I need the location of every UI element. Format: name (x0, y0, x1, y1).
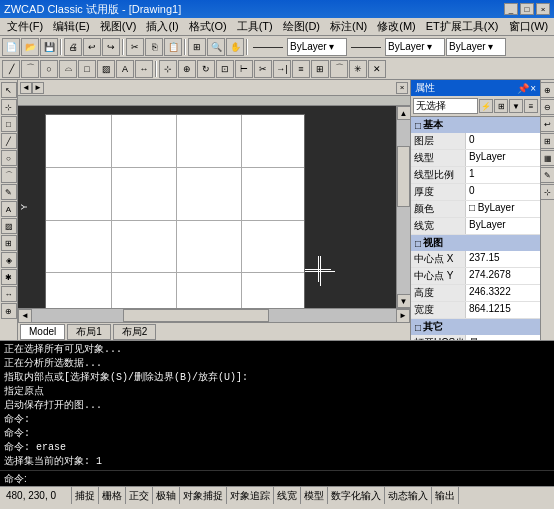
new-button[interactable]: 📄 (2, 38, 20, 56)
digitize-toggle[interactable]: 数字化输入 (328, 487, 385, 504)
polyline-tool[interactable]: ⌒ (21, 60, 39, 78)
left-tool6[interactable]: ⌒ (1, 167, 17, 183)
pan-button[interactable]: ✋ (226, 38, 244, 56)
prop-close-button[interactable]: × (530, 83, 536, 94)
v-scroll-track[interactable] (397, 120, 410, 294)
menu-view[interactable]: 视图(V) (95, 18, 142, 35)
tab-nav-left[interactable]: ◄ (20, 82, 32, 94)
redo-button[interactable]: ↪ (102, 38, 120, 56)
copy-button[interactable]: ⎘ (145, 38, 163, 56)
left-tool7[interactable]: ✎ (1, 184, 17, 200)
scroll-down-button[interactable]: ▼ (397, 294, 411, 308)
menu-tools[interactable]: 工具(T) (232, 18, 278, 35)
command-input[interactable] (27, 473, 550, 484)
scroll-left-button[interactable]: ◄ (18, 309, 32, 323)
menu-dimension[interactable]: 标注(N) (325, 18, 372, 35)
prop-tool3[interactable]: ▼ (509, 99, 523, 113)
scroll-right-button[interactable]: ► (396, 309, 410, 323)
dynin-toggle[interactable]: 动态输入 (385, 487, 432, 504)
mirror-tool[interactable]: ⊢ (235, 60, 253, 78)
menu-format[interactable]: 格式(O) (184, 18, 232, 35)
right-tool6[interactable]: ✎ (540, 167, 555, 183)
left-tool8[interactable]: A (1, 201, 17, 217)
polar-toggle[interactable]: 极轴 (153, 487, 180, 504)
prop-val-ucsgrid[interactable]: 是 (466, 335, 540, 340)
prop-val-layer[interactable]: 0 (466, 133, 540, 149)
prop-val-ltscale[interactable]: 1 (466, 167, 540, 183)
menu-window[interactable]: 窗口(W) (504, 18, 554, 35)
zoom-in[interactable]: 🔍 (207, 38, 225, 56)
color-dropdown[interactable]: ByLayer ▾ (385, 38, 445, 56)
save-button[interactable]: 💾 (40, 38, 58, 56)
circle-tool[interactable]: ○ (40, 60, 58, 78)
left-tool10[interactable]: ⊞ (1, 235, 17, 251)
offset-tool[interactable]: ≡ (292, 60, 310, 78)
copy-tool[interactable]: ⊕ (178, 60, 196, 78)
extend-tool[interactable]: →| (273, 60, 291, 78)
left-tool14[interactable]: ⊕ (1, 303, 17, 319)
prop-val-thickness[interactable]: 0 (466, 184, 540, 200)
layout1-tab[interactable]: 布局1 (67, 324, 111, 340)
cut-button[interactable]: ✂ (126, 38, 144, 56)
close-button[interactable]: × (536, 3, 550, 15)
maximize-button[interactable]: □ (520, 3, 534, 15)
v-scroll-thumb[interactable] (397, 146, 410, 207)
menu-file[interactable]: 文件(F) (2, 18, 48, 35)
prop-val-color[interactable]: □ ByLayer (466, 201, 540, 217)
prop-val-cx[interactable]: 237.15 (466, 251, 540, 267)
layout2-tab[interactable]: 布局2 (113, 324, 157, 340)
prop-val-width[interactable]: 864.1215 (466, 302, 540, 318)
tab-close[interactable]: × (396, 82, 408, 94)
menu-insert[interactable]: 插入(I) (141, 18, 183, 35)
layer-dropdown[interactable]: ByLayer ▾ (287, 38, 347, 56)
prop-tool4[interactable]: ≡ (524, 99, 538, 113)
otrack-toggle[interactable]: 对象追踪 (227, 487, 274, 504)
model-toggle[interactable]: 模型 (301, 487, 328, 504)
right-tool3[interactable]: ↩ (540, 116, 555, 132)
minimize-button[interactable]: _ (504, 3, 518, 15)
left-tool2[interactable]: ⊹ (1, 99, 17, 115)
vertical-scrollbar[interactable]: ▲ ▼ (396, 106, 410, 308)
prop-tool2[interactable]: ⊞ (494, 99, 508, 113)
command-input-area[interactable]: 命令: (0, 470, 554, 486)
prop-pin-button[interactable]: 📌 (517, 83, 529, 94)
right-tool2[interactable]: ⊖ (540, 99, 555, 115)
model-tab[interactable]: Model (20, 324, 65, 340)
horizontal-scrollbar[interactable]: ◄ ► (18, 308, 410, 322)
property-selector-dropdown[interactable]: 无选择 (413, 98, 478, 114)
scale-tool[interactable]: ⊡ (216, 60, 234, 78)
right-tool1[interactable]: ⊕ (540, 82, 555, 98)
left-tool3[interactable]: □ (1, 116, 17, 132)
ortho-toggle[interactable]: 正交 (126, 487, 153, 504)
right-tool4[interactable]: ⊞ (540, 133, 555, 149)
fillet-tool[interactable]: ⌒ (330, 60, 348, 78)
viewport[interactable] (30, 106, 396, 308)
line-tool[interactable]: ╱ (2, 60, 20, 78)
hatch-tool[interactable]: ▨ (97, 60, 115, 78)
left-tool13[interactable]: ↔ (1, 286, 17, 302)
menu-edit[interactable]: 编辑(E) (48, 18, 95, 35)
print-button[interactable]: 🖨 (64, 38, 82, 56)
output-toggle[interactable]: 输出 (432, 487, 459, 504)
dim-tool[interactable]: ↔ (135, 60, 153, 78)
rect-tool[interactable]: □ (78, 60, 96, 78)
left-tool12[interactable]: ✱ (1, 269, 17, 285)
right-tool7[interactable]: ⊹ (540, 184, 555, 200)
right-tool5[interactable]: ▦ (540, 150, 555, 166)
array-tool[interactable]: ⊞ (311, 60, 329, 78)
prop-val-lineweight[interactable]: ByLayer (466, 218, 540, 234)
scroll-up-button[interactable]: ▲ (397, 106, 411, 120)
select-tool[interactable]: ↖ (1, 82, 17, 98)
tab-nav-right[interactable]: ► (32, 82, 44, 94)
left-tool4[interactable]: ╱ (1, 133, 17, 149)
move-tool[interactable]: ⊹ (159, 60, 177, 78)
snap-toggle[interactable]: 捕捉 (72, 487, 99, 504)
menu-modify[interactable]: 修改(M) (372, 18, 421, 35)
undo-button[interactable]: ↩ (83, 38, 101, 56)
left-tool5[interactable]: ○ (1, 150, 17, 166)
prop-tool1[interactable]: ⚡ (479, 99, 493, 113)
paste-button[interactable]: 📋 (164, 38, 182, 56)
linetype-dropdown[interactable]: ByLayer ▾ (446, 38, 506, 56)
menu-draw[interactable]: 绘图(D) (278, 18, 325, 35)
left-tool9[interactable]: ▨ (1, 218, 17, 234)
